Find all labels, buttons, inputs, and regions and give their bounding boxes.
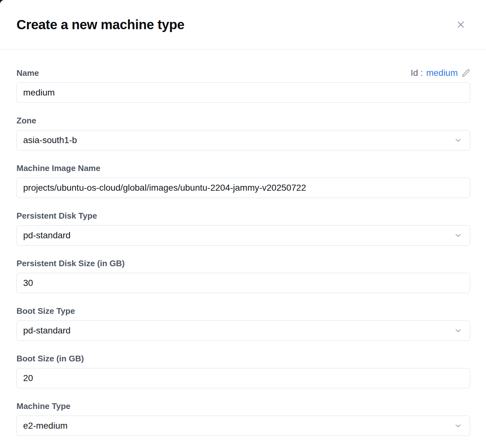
name-input[interactable] bbox=[16, 82, 470, 103]
close-icon bbox=[456, 20, 466, 30]
persistent-disk-type-select[interactable]: pd-standard bbox=[16, 225, 470, 246]
field-group-machine-type: Machine Type e2-medium bbox=[16, 401, 470, 436]
boot-size-type-value: pd-standard bbox=[23, 326, 70, 336]
chevron-down-icon bbox=[454, 422, 462, 430]
chevron-down-icon bbox=[454, 231, 462, 240]
field-group-boot-size-type: Boot Size Type pd-standard bbox=[16, 306, 470, 341]
chevron-down-icon bbox=[454, 136, 462, 144]
modal-body: Name Id : medium Zone bbox=[0, 49, 486, 436]
name-label-row: Name Id : medium bbox=[16, 68, 470, 78]
zone-select[interactable]: asia-south1-b bbox=[16, 130, 470, 150]
id-display: Id : medium bbox=[410, 68, 470, 78]
id-prefix: Id : bbox=[410, 68, 423, 78]
persistent-disk-size-input[interactable] bbox=[16, 273, 470, 293]
field-group-boot-size: Boot Size (in GB) bbox=[16, 354, 470, 388]
boot-size-type-select[interactable]: pd-standard bbox=[16, 320, 470, 341]
boot-size-label: Boot Size (in GB) bbox=[16, 354, 470, 364]
persistent-disk-type-value: pd-standard bbox=[23, 230, 70, 240]
field-group-persistent-disk-size: Persistent Disk Size (in GB) bbox=[16, 259, 470, 293]
field-group-zone: Zone asia-south1-b bbox=[16, 116, 470, 150]
persistent-disk-type-label: Persistent Disk Type bbox=[16, 211, 470, 221]
persistent-disk-size-label: Persistent Disk Size (in GB) bbox=[16, 259, 470, 268]
field-group-machine-image-name: Machine Image Name bbox=[16, 163, 470, 198]
machine-image-name-label: Machine Image Name bbox=[16, 163, 470, 173]
field-group-persistent-disk-type: Persistent Disk Type pd-standard bbox=[16, 211, 470, 246]
machine-type-value: e2-medium bbox=[23, 421, 68, 431]
pencil-icon bbox=[462, 69, 470, 77]
modal-header: Create a new machine type bbox=[0, 0, 486, 49]
boot-size-type-label: Boot Size Type bbox=[16, 306, 470, 316]
machine-type-label: Machine Type bbox=[16, 401, 470, 411]
boot-size-input[interactable] bbox=[16, 368, 470, 388]
close-button[interactable] bbox=[454, 18, 468, 32]
field-group-name: Name Id : medium bbox=[16, 68, 470, 103]
chevron-down-icon bbox=[454, 326, 462, 335]
edit-id-button[interactable] bbox=[462, 69, 470, 77]
id-value[interactable]: medium bbox=[426, 68, 458, 78]
machine-image-name-input[interactable] bbox=[16, 178, 470, 198]
modal-title: Create a new machine type bbox=[16, 17, 184, 32]
machine-type-select[interactable]: e2-medium bbox=[16, 416, 470, 436]
name-label: Name bbox=[16, 68, 39, 78]
create-machine-type-modal: Create a new machine type Name Id : medi… bbox=[0, 0, 486, 448]
zone-select-value: asia-south1-b bbox=[23, 135, 77, 145]
zone-label: Zone bbox=[16, 116, 470, 126]
